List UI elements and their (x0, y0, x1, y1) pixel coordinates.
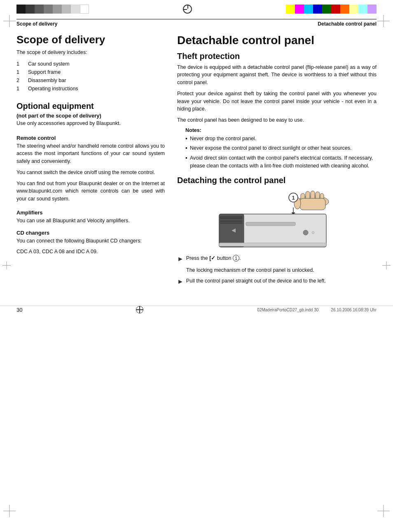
svg-text:1: 1 (292, 195, 295, 201)
left-column: Scope of delivery The scope of delivery … (16, 33, 165, 289)
svg-rect-24 (220, 216, 242, 219)
step-button-circle: 1 (233, 255, 239, 261)
crosshair-icon (183, 5, 192, 14)
list-item: 1 Support frame (16, 68, 165, 76)
footer-crosshair-area (136, 306, 143, 313)
header-left: Scope of delivery (16, 21, 57, 27)
note-3: • Avoid direct skin contact with the con… (185, 154, 377, 170)
theft-title: Theft protection (177, 52, 377, 61)
list-item: 2 Disassembly bar (16, 76, 165, 85)
cd-title: CD changers (16, 230, 165, 236)
note-text: Never drop the control panel. (190, 135, 256, 143)
scope-title: Scope of delivery (16, 33, 165, 46)
note-text: Avoid direct skin contact with the contr… (190, 154, 377, 170)
scope-intro: The scope of delivery includes: (16, 49, 165, 56)
header-row: Scope of delivery Detachable control pan… (16, 19, 377, 27)
list-item: 1 Car sound system (16, 60, 165, 68)
notes-label: Notes: (185, 127, 377, 133)
swatch-white (80, 5, 89, 14)
swatch-lightyellow (349, 5, 358, 14)
swatch-gray1 (35, 5, 44, 14)
side-mark-left (2, 261, 11, 271)
illustration-area: 1 (177, 189, 377, 250)
theft-body1: The device is equipped with a detachable… (177, 64, 377, 87)
amp-body: You can use all Blaupunkt and Velocity a… (16, 217, 165, 225)
optional-title: Optional equipment (16, 101, 165, 111)
item-num: 1 (16, 68, 23, 76)
page-footer: 30 02MadeiraPortoCD27_gb.indd 30 26.10.2… (0, 306, 393, 313)
reg-mark-bottom-right (377, 505, 390, 517)
svg-rect-18 (300, 198, 325, 210)
svg-rect-26 (220, 222, 242, 224)
svg-point-29 (312, 231, 314, 234)
swatch-lightgray1 (62, 5, 71, 14)
footer-file-info: 02MadeiraPortoCD27_gb.indd 30 26.10.2006… (257, 308, 377, 312)
reg-mark-top-right (377, 15, 390, 27)
optional-subtitle: (not part of the scope of delivery) (16, 113, 165, 119)
swatch-green (322, 5, 331, 14)
swatch-cyan (304, 5, 313, 14)
footer-file-left: 02MadeiraPortoCD27_gb.indd 30 (257, 308, 318, 312)
swatch-orange (340, 5, 349, 14)
swatch-black (16, 5, 26, 14)
amp-title: Amplifiers (16, 210, 165, 216)
item-num: 1 (16, 85, 23, 93)
device-illustration: 1 (211, 189, 343, 250)
swatch-lightcyan (358, 5, 367, 14)
swatch-lightgray2 (71, 5, 80, 14)
optional-body: Use only accessories approved by Blaupun… (16, 120, 165, 127)
hand-svg (294, 191, 329, 210)
step-arrow-icon: ► (177, 254, 184, 264)
swatch-gray2 (44, 5, 53, 14)
svg-rect-31 (219, 243, 326, 246)
theft-body3: The control panel has been designed to b… (177, 116, 377, 124)
swatch-magenta (295, 5, 304, 14)
page-content: Scope of delivery Detachable control pan… (0, 19, 393, 289)
svg-rect-27 (246, 222, 295, 226)
page-number: 30 (16, 307, 22, 313)
note-text: Never expose the control panel to direct… (190, 144, 352, 153)
swatch-gray3 (53, 5, 62, 14)
remote-body2: You cannot switch the device on/off usin… (16, 169, 165, 177)
step-1: ► Press the [✓ button 1. (177, 254, 377, 264)
cd-body1: You can connect the following Blaupunkt … (16, 237, 165, 245)
footer-crosshair-icon (136, 306, 143, 313)
swatch-red (331, 5, 340, 14)
bullet-icon: • (185, 144, 187, 153)
remote-title: Remote control (16, 135, 165, 141)
step-2: ► Pull the control panel straight out of… (177, 277, 377, 287)
crosshair-top-center (89, 5, 286, 14)
swatch-darkgray (26, 5, 35, 14)
reg-mark-bottom-left (3, 505, 16, 517)
cd-body2: CDC A 03, CDC A 08 and IDC A 09. (16, 248, 165, 256)
item-text: Operating instructions (28, 85, 78, 93)
detach-title: Detaching the control panel (177, 176, 377, 185)
bullet-icon: • (185, 154, 187, 170)
header-right: Detachable control panel (318, 21, 377, 27)
item-text: Disassembly bar (28, 76, 66, 85)
item-num: 2 (16, 76, 23, 85)
step-1-text: Press the [✓ button 1. (186, 254, 241, 264)
note-1: • Never drop the control panel. (185, 135, 377, 143)
reg-mark-top-left (3, 15, 16, 27)
remote-body3: You can find out from your Blaupunkt dea… (16, 180, 165, 203)
remote-body1: The steering wheel and/or handheld remot… (16, 142, 165, 165)
step-1-result: The locking mechanism of the control pan… (186, 266, 377, 274)
item-text: Support frame (28, 68, 61, 76)
color-bar (0, 3, 393, 15)
step-arrow-icon-2: ► (177, 277, 184, 287)
item-num: 1 (16, 60, 23, 68)
swatch-yellow (286, 5, 295, 14)
swatch-lavender (367, 5, 377, 14)
two-column-layout: Scope of delivery The scope of delivery … (16, 33, 377, 289)
svg-point-28 (303, 230, 308, 235)
side-mark-right (382, 261, 391, 271)
right-column: Detachable control panel Theft protectio… (177, 33, 377, 289)
bullet-icon: • (185, 135, 187, 143)
note-2: • Never expose the control panel to dire… (185, 144, 377, 153)
theft-body2: Protect your device against theft by tak… (177, 90, 377, 113)
footer-file-right: 26.10.2006 16:08:39 Uhr (331, 308, 377, 312)
item-text: Car sound system (28, 60, 70, 68)
list-item: 1 Operating instructions (16, 85, 165, 93)
detachable-title: Detachable control panel (177, 33, 377, 47)
